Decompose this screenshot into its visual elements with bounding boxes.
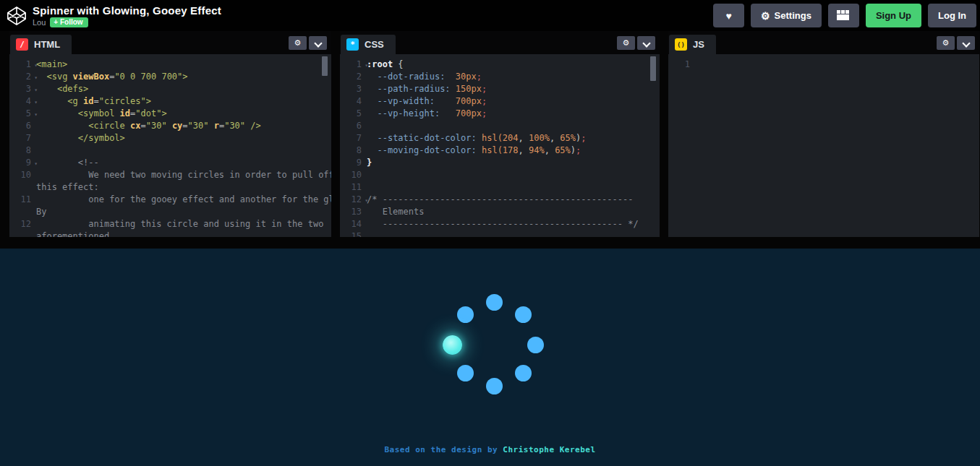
code-line: 10 [340,169,660,181]
code-text [34,144,331,157]
tab-label-html: HTML [34,39,60,50]
code-text: --vp-height: 700px; [365,108,660,120]
html-settings-button[interactable]: ⚙ [289,36,307,50]
code-text: this effect: [34,181,331,194]
fold-arrow-icon[interactable]: ▾ [365,59,368,72]
line-number [9,181,34,194]
codepen-logo[interactable] [6,5,27,27]
css-icon: * [346,38,359,51]
code-text: animating this circle and using it in th… [34,218,331,230]
gear-icon: ⚙ [761,11,770,21]
spinner-dot-static [486,378,503,394]
credit-line: Based on the design by Christophe Kerebe… [0,445,980,454]
code-line: 10 We need two moving circles in order t… [9,169,331,181]
fold-arrow-icon[interactable]: ▾ [34,96,38,108]
css-collapse-button[interactable] [637,36,655,50]
html-scrollbar-thumb[interactable] [322,56,328,76]
panel-actions-js: ⚙ [937,36,975,50]
tab-label-css: CSS [365,39,384,50]
line-number: 13 [340,206,365,218]
js-code-editor[interactable]: 1 [668,54,979,237]
code-text: We need two moving circles in order to p… [34,169,331,181]
code-line: 8 [9,144,331,157]
css-scrollbar-thumb[interactable] [650,56,656,81]
js-collapse-button[interactable] [957,36,975,50]
line-number: 10 [9,169,34,181]
fold-arrow-icon[interactable]: ▾ [34,72,38,84]
code-text: --moving-dot-color: hsl(178, 94%, 65%); [365,144,660,157]
log-in-button[interactable]: Log In [928,4,976,27]
line-number: 9▾ [9,157,34,169]
line-number: 5 [340,108,365,120]
code-line: 13 Elements [340,206,660,218]
code-line: aforementioned [9,230,331,237]
code-text: :root { [365,59,660,71]
credit-link[interactable]: Christophe Kerebel [503,445,595,454]
line-number: 6 [9,120,34,132]
code-text: By [34,206,331,218]
code-text [365,120,660,132]
panel-actions-html: ⚙ [289,36,327,50]
line-number: 1▾ [9,59,34,71]
js-settings-button[interactable]: ⚙ [937,36,955,50]
fold-arrow-icon[interactable]: ▾ [34,108,38,121]
panel-css: *CSS⚙1▾:root {2 --dot-radius: 30px;3 --p… [340,31,660,237]
code-line: 3▾ <defs> [9,83,331,95]
tab-label-js: JS [693,39,704,50]
code-text: /* -------------------------------------… [365,194,660,206]
layout-button[interactable] [828,4,859,27]
html-collapse-button[interactable] [309,36,327,50]
code-text: ----------------------------------------… [365,218,660,230]
css-code-editor[interactable]: 1▾:root {2 --dot-radius: 30px;3 --path-r… [340,54,660,237]
tab-js[interactable]: ()JS [669,35,716,54]
pen-author[interactable]: Lou [33,18,46,27]
code-line: 4▾ <g id="circles"> [9,95,331,108]
line-number: 1▾ [340,59,365,71]
panel-bar-css: *CSS⚙ [340,31,660,54]
line-number: 3 [340,83,365,95]
gear-icon: ⚙ [942,39,950,47]
code-text: --dot-radius: 30px; [365,71,660,83]
line-number: 1 [668,59,693,71]
settings-button[interactable]: ⚙ Settings [751,4,822,27]
code-line: 2 --dot-radius: 30px; [340,71,660,83]
sign-up-button[interactable]: Sign Up [866,4,921,27]
code-line: 6 [340,120,660,132]
code-line: 4 --vp-width: 700px; [340,95,660,108]
line-number: 11 [340,181,365,194]
fold-arrow-icon[interactable]: ▾ [365,194,368,207]
js-icon: () [675,38,687,51]
html-code-editor[interactable]: 1▾<main>2▾ <svg viewBox="0 0 700 700">3▾… [9,54,331,237]
code-line: 14 -------------------------------------… [340,218,660,230]
code-line: 12▾/* ----------------------------------… [340,194,660,206]
code-line: 1▾<main> [9,59,331,71]
code-line: 9▾ <!-- [9,157,331,169]
fold-arrow-icon[interactable]: ▾ [34,59,38,72]
code-text: </symbol> [34,132,331,144]
code-line: 3 --path-radius: 150px; [340,83,660,95]
like-button[interactable]: ♥ [713,4,744,27]
line-number: 14 [340,218,365,230]
spinner-dot-static [457,365,474,381]
code-line: 5▾ <symbol id="dot"> [9,108,331,120]
spinner-dot-static [515,365,532,381]
tab-html[interactable]: /HTML [10,35,72,54]
fold-arrow-icon[interactable]: ▾ [34,84,38,96]
css-settings-button[interactable]: ⚙ [617,36,635,50]
fold-arrow-icon[interactable]: ▾ [34,158,38,170]
spinner-dot-static [486,294,503,311]
chevron-down-icon [963,39,969,45]
line-number: 8 [9,144,34,157]
line-number: 10 [340,169,365,181]
panel-js: ()JS⚙1 [668,31,979,237]
follow-button[interactable]: + Follow [50,17,88,27]
spinner-dot-static [457,306,474,323]
code-text: --path-radius: 150px; [365,83,660,95]
code-text: <circle cx="30" cy="30" r="30" /> [34,120,331,132]
tab-css[interactable]: *CSS [341,35,396,54]
spinner-dot-moving [443,335,462,355]
code-line: 11 one for the gooey effect and another … [9,194,331,206]
html-icon: / [16,38,28,51]
code-text: one for the gooey effect and another for… [34,194,331,206]
code-text: --static-dot-color: hsl(204, 100%, 65%); [365,132,660,144]
